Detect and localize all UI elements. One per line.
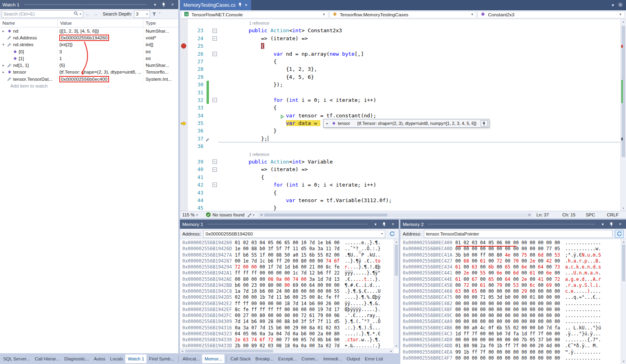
tool-window-tab[interactable]: Comm... bbox=[299, 354, 321, 363]
outlining-margin[interactable] bbox=[211, 135, 218, 142]
close-icon[interactable]: × bbox=[390, 221, 396, 227]
breakpoint-margin[interactable] bbox=[180, 135, 188, 142]
outlining-margin[interactable] bbox=[211, 42, 218, 50]
tool-window-tab[interactable]: Breakp... bbox=[253, 354, 276, 363]
outlining-margin[interactable] bbox=[211, 112, 218, 119]
line-number[interactable]: 37 bbox=[188, 135, 205, 142]
outlining-margin[interactable]: − bbox=[211, 96, 218, 104]
collapse-region-icon[interactable]: − bbox=[213, 52, 217, 56]
collapse-region-icon[interactable]: − bbox=[213, 98, 217, 102]
code-line[interactable]: 43 { bbox=[180, 189, 620, 197]
document-health-indicator[interactable]: No issues found bbox=[206, 212, 244, 218]
scroll-up-icon[interactable]: ▲ bbox=[394, 239, 399, 244]
breakpoint-margin[interactable] bbox=[180, 158, 188, 165]
code-line[interactable]: 37 }; bbox=[180, 135, 620, 142]
tool-window-tab[interactable]: Immedi... bbox=[321, 354, 344, 363]
chevron-collapsed-icon[interactable]: ▸ bbox=[325, 121, 330, 125]
line-number[interactable]: 30 bbox=[188, 81, 205, 88]
zoom-control[interactable]: 115 % ▾ bbox=[182, 212, 203, 217]
line-number[interactable] bbox=[188, 150, 205, 158]
tool-window-tab[interactable]: Allocat... bbox=[180, 354, 202, 363]
outlining-margin[interactable] bbox=[211, 127, 218, 134]
refresh-icon[interactable] bbox=[615, 230, 624, 238]
line-number[interactable]: 23 bbox=[188, 27, 205, 34]
code-line[interactable]: 44 var tensor = tf.Variable(3112.0f); bbox=[180, 197, 620, 204]
outlining-margin[interactable] bbox=[211, 104, 218, 111]
chevron-collapsed-icon[interactable]: ▸ bbox=[1, 29, 6, 33]
codelens-row[interactable]: 1 reference bbox=[180, 19, 620, 27]
outlining-margin[interactable] bbox=[211, 73, 218, 81]
line-number[interactable]: 25 bbox=[188, 42, 205, 50]
breakpoint-margin[interactable] bbox=[180, 58, 188, 65]
outlining-margin[interactable] bbox=[211, 81, 218, 88]
tool-window-tab[interactable]: Call Hierar... bbox=[32, 354, 62, 363]
breakpoint-margin[interactable] bbox=[180, 142, 188, 150]
filter-icon[interactable] bbox=[152, 12, 156, 16]
outlining-margin[interactable] bbox=[211, 189, 218, 197]
code-line[interactable]: 33 { bbox=[180, 104, 620, 111]
scroll-up-icon[interactable]: ▲ bbox=[621, 239, 626, 244]
chevron-collapsed-icon[interactable]: ▸ bbox=[1, 70, 6, 74]
line-number[interactable]: 33 bbox=[188, 104, 205, 111]
watch-value-cell[interactable]: 1 bbox=[58, 55, 143, 62]
refresh-icon[interactable] bbox=[388, 230, 396, 238]
scroll-down-icon[interactable]: ▼ bbox=[621, 359, 626, 364]
scrollbar-track[interactable] bbox=[621, 24, 626, 206]
line-number[interactable]: 41 bbox=[188, 173, 205, 181]
code-line[interactable]: 31 bbox=[180, 89, 620, 96]
tool-window-tab[interactable]: SQL Server... bbox=[1, 354, 32, 363]
close-icon[interactable]: × bbox=[617, 221, 624, 227]
breakpoint-margin[interactable] bbox=[180, 27, 188, 34]
code-line[interactable]: 24− => (iterate) => bbox=[180, 35, 620, 42]
tool-window-tab[interactable]: Output bbox=[344, 354, 363, 363]
breakpoint-margin[interactable] bbox=[180, 181, 188, 189]
collapse-region-icon[interactable]: − bbox=[213, 167, 217, 172]
watch-row[interactable]: ▾nd.strides{int[2]}int[] bbox=[0, 41, 178, 48]
column-header-name[interactable]: Name bbox=[0, 19, 58, 27]
datatip-name[interactable]: tensor bbox=[338, 121, 353, 126]
line-number[interactable]: 27 bbox=[188, 58, 205, 65]
search-icon[interactable] bbox=[74, 11, 78, 17]
line-number[interactable]: 32 bbox=[188, 96, 205, 104]
tool-window-tab[interactable]: Excepti... bbox=[276, 354, 299, 363]
line-number[interactable]: 36 bbox=[188, 127, 205, 134]
memory1-address-input[interactable]: 0x000002556B194260 ▾ bbox=[203, 230, 385, 238]
code-line[interactable]: 40− => (iterate) => bbox=[180, 165, 620, 173]
watch-row[interactable]: [1]1int bbox=[0, 55, 178, 62]
watch-row[interactable]: tensor.TensorDat...0x000002556b0ec400Sys… bbox=[0, 76, 178, 82]
code-line[interactable]: 42− for (int i = 0; i < iterate; i++) bbox=[180, 181, 620, 189]
scroll-up-icon[interactable]: ▲ bbox=[621, 19, 626, 24]
chevron-down-icon[interactable]: ▾ bbox=[381, 232, 383, 236]
search-options-chevron-icon[interactable]: ▾ bbox=[80, 12, 81, 16]
memory1-vertical-scrollbar[interactable]: ▲ ▼ bbox=[394, 239, 399, 348]
memory1-hex-view[interactable]: 0x000002556B19426001 02 03 04 05 06 65 0… bbox=[180, 239, 399, 353]
column-header-value[interactable]: Value bbox=[58, 19, 143, 27]
watch-row[interactable]: nd.Address0x000002556b194260void* bbox=[0, 34, 178, 41]
outlining-margin[interactable]: − bbox=[211, 50, 218, 58]
outlining-margin[interactable] bbox=[211, 89, 218, 96]
pin-icon[interactable] bbox=[608, 221, 615, 227]
code-line[interactable]: 27 { bbox=[180, 58, 620, 65]
codelens-label[interactable]: 1 reference bbox=[224, 152, 269, 157]
chevron-collapsed-icon[interactable]: ▸ bbox=[1, 63, 6, 67]
watch-value-cell[interactable]: {int[2]} bbox=[58, 41, 143, 48]
search-next-icon[interactable]: → bbox=[93, 11, 98, 17]
code-line[interactable]: 25 { bbox=[180, 42, 620, 50]
window-position-icon[interactable]: ▾ bbox=[599, 221, 606, 227]
search-prev-icon[interactable]: ← bbox=[85, 11, 91, 17]
pin-icon[interactable] bbox=[160, 2, 167, 8]
line-number[interactable]: 45 bbox=[188, 204, 205, 211]
member-dropdown[interactable]: Constant2x3 ▼ bbox=[478, 11, 625, 18]
tab-close-icon[interactable]: × bbox=[245, 2, 248, 8]
toolbar-overflow-icon[interactable]: ” bbox=[159, 12, 161, 16]
code-line[interactable]: 38 bbox=[180, 142, 620, 150]
outlining-margin[interactable] bbox=[211, 204, 218, 211]
breakpoint-margin[interactable] bbox=[180, 127, 188, 134]
breakpoint-margin[interactable] bbox=[180, 89, 188, 96]
tool-window-tab[interactable]: Watch 1 bbox=[125, 354, 146, 363]
codelens-label[interactable]: 1 reference bbox=[224, 21, 269, 25]
code-line[interactable]: 28 {1, 2, 3}, bbox=[180, 65, 620, 73]
line-number[interactable]: 35 bbox=[188, 119, 205, 127]
tool-window-tab[interactable]: Find Symb... bbox=[146, 354, 176, 363]
code-line[interactable]: 29 {4, 5, 6} bbox=[180, 73, 620, 81]
